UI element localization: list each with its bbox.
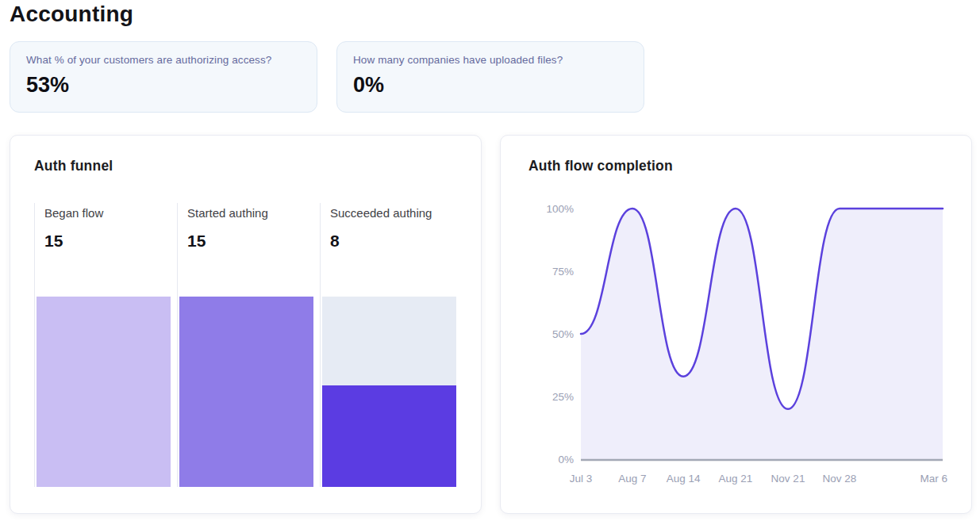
x-tick-label: Aug 14 [667,473,701,485]
stat-card-uploaded-files: How many companies have uploaded files? … [336,41,644,113]
y-tick-label: 100% [546,203,574,215]
funnel-column: Started authing15 [177,203,320,487]
stat-label: What % of your customers are authorizing… [26,54,301,66]
funnel-column-value: 15 [44,232,63,251]
funnel-bar-track [322,297,456,487]
x-tick-label: Aug 21 [719,473,753,485]
funnel-column-label: Began flow [44,206,103,220]
auth-funnel-title: Auth funnel [34,158,113,174]
x-tick-label: Nov 21 [771,473,805,485]
stat-card-authorizing-access: What % of your customers are authorizing… [10,41,317,113]
funnel-bar [322,385,456,487]
y-tick-label: 50% [552,328,574,340]
x-tick-label: Aug 7 [618,473,646,485]
x-tick-label: Jul 3 [570,473,593,485]
stat-label: How many companies have uploaded files? [353,54,628,66]
funnel-columns: Began flow15Started authing15Succeeded a… [34,203,463,487]
funnel-bar-track [37,297,171,487]
funnel-bar [37,297,171,487]
auth-flow-completion-chart: 0%25%50%75%100%Jul 3Aug 7Aug 14Aug 21Nov… [501,136,973,515]
y-tick-label: 25% [552,391,574,403]
funnel-column-label: Succeeded authing [330,206,432,220]
funnel-bar-track [179,297,313,487]
page-title: Accounting [10,2,133,27]
y-tick-label: 75% [552,266,574,278]
y-tick-label: 0% [558,454,574,465]
stat-value: 53% [26,73,301,98]
funnel-column: Began flow15 [34,203,177,487]
funnel-column: Succeeded authing8 [320,203,463,487]
funnel-column-value: 15 [187,232,206,251]
x-tick-label: Mar 6 [920,473,947,485]
funnel-column-value: 8 [330,232,340,251]
stat-value: 0% [353,73,628,98]
funnel-column-label: Started authing [187,206,268,220]
area-fill [581,209,943,459]
funnel-bar [179,297,313,487]
x-tick-label: Nov 28 [823,473,857,485]
auth-flow-completion-card: Auth flow completion 0%25%50%75%100%Jul … [500,135,972,514]
auth-funnel-card: Auth funnel Began flow15Started authing1… [10,135,482,514]
